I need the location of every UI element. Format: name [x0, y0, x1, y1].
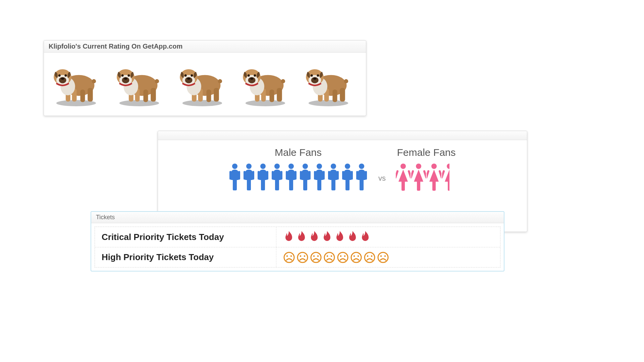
- svg-point-13: [92, 79, 96, 83]
- svg-point-106: [431, 164, 437, 169]
- svg-point-97: [359, 164, 364, 169]
- frown-icon: [323, 251, 335, 263]
- male-person-icon: [341, 163, 354, 193]
- svg-point-131: [365, 252, 375, 262]
- svg-rect-58: [340, 88, 345, 102]
- svg-rect-93: [337, 171, 339, 180]
- svg-rect-44: [277, 88, 282, 102]
- male-fans-column: Male Fans: [228, 147, 368, 193]
- svg-point-118: [304, 255, 306, 257]
- svg-rect-101: [396, 170, 399, 179]
- svg-rect-112: [454, 170, 457, 179]
- svg-rect-77: [258, 171, 260, 180]
- svg-point-85: [303, 164, 308, 169]
- svg-rect-98: [356, 171, 358, 180]
- female-fans-label: Female Fans: [396, 147, 457, 158]
- rating-widget-title: Klipfolio's Current Rating On GetApp.com: [44, 41, 366, 53]
- ticket-row-label: High Priority Tickets Today: [95, 247, 276, 267]
- svg-point-132: [367, 255, 369, 257]
- male-person-icon: [284, 163, 298, 193]
- flame-icon: [334, 230, 345, 244]
- svg-rect-108: [438, 170, 441, 179]
- male-fans-icons: [228, 163, 368, 193]
- frown-icon: [283, 251, 295, 263]
- svg-rect-75: [252, 171, 254, 180]
- frown-icon: [377, 251, 389, 263]
- svg-point-67: [317, 74, 319, 77]
- svg-rect-111: [442, 170, 445, 179]
- svg-rect-102: [408, 170, 411, 179]
- svg-point-103: [416, 164, 421, 169]
- female-fans-column: Female Fans: [396, 147, 457, 193]
- flame-icon: [360, 230, 371, 244]
- svg-point-119: [311, 252, 321, 262]
- svg-rect-72: [238, 171, 240, 180]
- female-person-icon: [442, 163, 457, 193]
- svg-rect-84: [294, 171, 297, 180]
- svg-point-11: [64, 74, 67, 77]
- frown-icon: [310, 251, 322, 263]
- male-person-icon: [270, 163, 284, 193]
- ticket-row-icons: [276, 248, 396, 267]
- svg-point-24: [121, 74, 124, 77]
- flame-icon: [296, 230, 307, 244]
- svg-rect-17: [143, 89, 148, 102]
- ticket-row-label: Critical Priority Tickets Today: [95, 227, 276, 247]
- svg-point-66: [311, 74, 313, 77]
- svg-rect-95: [342, 171, 344, 180]
- female-person-icon: [411, 163, 426, 193]
- svg-point-26: [124, 77, 127, 79]
- svg-rect-2: [88, 88, 93, 102]
- svg-point-123: [327, 255, 328, 257]
- svg-point-133: [371, 255, 373, 257]
- ticket-row: Critical Priority Tickets Today: [95, 227, 500, 247]
- svg-point-116: [298, 252, 308, 262]
- svg-point-110: [447, 164, 452, 169]
- svg-point-113: [284, 252, 294, 262]
- svg-point-10: [58, 74, 61, 77]
- svg-point-120: [313, 255, 315, 257]
- vs-label: vs: [378, 157, 386, 183]
- tickets-table: Critical Priority Tickets Today High Pri…: [95, 227, 500, 267]
- bulldog-icon: [49, 59, 103, 106]
- svg-rect-87: [309, 171, 311, 180]
- svg-point-114: [286, 255, 288, 257]
- svg-rect-105: [423, 170, 426, 179]
- svg-rect-30: [214, 88, 219, 102]
- svg-point-68: [313, 77, 316, 79]
- tickets-widget: Tickets Critical Priority Tickets Today …: [91, 211, 504, 272]
- dashboard-canvas: Klipfolio's Current Rating On GetApp.com: [0, 0, 644, 362]
- frown-icon: [350, 251, 362, 263]
- svg-point-134: [378, 252, 388, 262]
- svg-rect-80: [272, 171, 274, 180]
- fans-widget-body: Male Fans: [158, 140, 527, 200]
- flame-icon: [309, 230, 320, 244]
- flame-icon: [347, 230, 358, 244]
- svg-point-129: [354, 255, 355, 257]
- svg-rect-71: [229, 171, 231, 180]
- female-person-icon: [427, 163, 441, 193]
- svg-point-115: [290, 255, 292, 257]
- svg-point-53: [254, 74, 256, 77]
- male-person-icon: [327, 163, 340, 193]
- ticket-row-icons: [276, 227, 378, 247]
- svg-point-125: [338, 252, 348, 262]
- female-fans-icons: [396, 163, 457, 193]
- svg-point-122: [324, 252, 334, 262]
- svg-point-25: [127, 74, 130, 77]
- svg-point-27: [155, 79, 159, 83]
- svg-point-79: [274, 164, 280, 169]
- svg-rect-59: [332, 89, 337, 102]
- bulldog-icon: [302, 59, 355, 106]
- male-person-icon: [313, 163, 326, 193]
- svg-point-76: [260, 164, 266, 169]
- svg-point-124: [331, 255, 332, 257]
- male-person-icon: [242, 163, 256, 193]
- svg-point-40: [187, 77, 190, 79]
- svg-point-117: [300, 255, 302, 257]
- svg-point-130: [358, 255, 359, 257]
- svg-rect-45: [269, 89, 274, 102]
- svg-point-136: [384, 255, 386, 257]
- svg-point-41: [218, 79, 222, 83]
- flame-icon: [321, 230, 333, 244]
